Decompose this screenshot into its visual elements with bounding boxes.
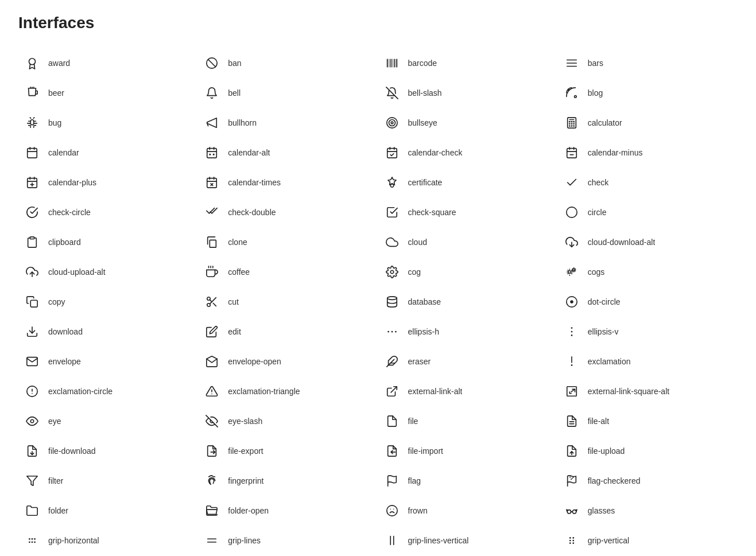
bars-icon bbox=[563, 54, 581, 72]
icon-item-coffee: coffee bbox=[198, 257, 378, 287]
envelope-label: envelope bbox=[48, 357, 81, 366]
svg-rect-28 bbox=[28, 149, 37, 158]
coffee-icon bbox=[203, 263, 221, 281]
ellipsis-v-label: ellipsis-v bbox=[588, 327, 619, 336]
glasses-label: glasses bbox=[588, 506, 615, 515]
icon-item-cloud: cloud bbox=[378, 227, 558, 257]
svg-point-133 bbox=[572, 537, 574, 539]
file-upload-icon bbox=[563, 442, 581, 460]
external-link-alt-icon bbox=[383, 382, 401, 401]
svg-line-2 bbox=[208, 60, 216, 67]
file-alt-icon bbox=[563, 412, 581, 430]
check-square-icon bbox=[383, 203, 401, 221]
edit-label: edit bbox=[228, 327, 241, 336]
ellipsis-h-label: ellipsis-h bbox=[408, 327, 439, 336]
icon-item-beer: beer bbox=[18, 78, 198, 108]
check-label: check bbox=[588, 178, 609, 187]
exclamation-icon bbox=[563, 352, 581, 371]
circle-icon bbox=[563, 203, 581, 221]
grip-horizontal-label: grip-horizontal bbox=[48, 536, 99, 545]
flag-checkered-label: flag-checkered bbox=[588, 476, 641, 485]
grip-horizontal-icon bbox=[23, 531, 41, 550]
svg-rect-113 bbox=[573, 477, 574, 478]
eraser-icon bbox=[383, 352, 401, 371]
icon-item-bell: bell bbox=[198, 78, 378, 108]
svg-point-120 bbox=[29, 538, 30, 540]
icon-item-file: file bbox=[378, 406, 558, 436]
icon-item-exclamation-triangle: exclamation-triangle bbox=[198, 376, 378, 406]
file-download-label: file-download bbox=[48, 446, 96, 456]
icon-item-ellipsis-h: ellipsis-h bbox=[378, 317, 558, 347]
icon-item-exclamation-circle: exclamation-circle bbox=[18, 376, 198, 406]
icon-item-check-circle: check-circle bbox=[18, 197, 198, 227]
grip-lines-icon bbox=[203, 531, 221, 550]
icon-item-cogs: cogs bbox=[558, 257, 738, 287]
bullhorn-label: bullhorn bbox=[228, 118, 257, 127]
envelope-open-icon bbox=[203, 352, 221, 371]
file-export-label: file-export bbox=[228, 446, 263, 456]
bug-label: bug bbox=[48, 118, 61, 127]
download-label: download bbox=[48, 327, 83, 336]
svg-point-68 bbox=[390, 270, 394, 274]
svg-point-121 bbox=[32, 538, 33, 540]
barcode-icon bbox=[383, 54, 401, 72]
calendar-minus-icon bbox=[563, 143, 581, 162]
flag-label: flag bbox=[408, 476, 421, 485]
svg-point-15 bbox=[389, 120, 395, 126]
eye-icon bbox=[23, 412, 41, 430]
cog-icon bbox=[383, 263, 401, 281]
svg-point-131 bbox=[569, 540, 571, 542]
bars-label: bars bbox=[588, 59, 603, 68]
svg-point-132 bbox=[569, 542, 571, 544]
svg-point-59 bbox=[390, 184, 394, 188]
bullseye-icon bbox=[383, 114, 401, 132]
calendar-plus-icon bbox=[23, 173, 41, 192]
svg-point-16 bbox=[391, 122, 393, 124]
icon-item-check-square: check-square bbox=[378, 197, 558, 227]
icon-item-calendar-plus: calendar-plus bbox=[18, 168, 198, 197]
icon-item-certificate: certificate bbox=[378, 168, 558, 197]
check-double-icon bbox=[203, 203, 221, 221]
calendar-times-icon bbox=[203, 173, 221, 192]
envelope-icon bbox=[23, 352, 41, 371]
check-circle-label: check-circle bbox=[48, 208, 91, 217]
calendar-alt-icon bbox=[203, 143, 221, 162]
icon-item-calendar-times: calendar-times bbox=[198, 168, 378, 197]
database-label: database bbox=[408, 297, 441, 306]
calendar-check-icon bbox=[383, 143, 401, 162]
calculator-icon bbox=[563, 114, 581, 132]
svg-rect-42 bbox=[567, 149, 577, 158]
grip-lines-label: grip-lines bbox=[228, 536, 261, 545]
svg-point-122 bbox=[34, 538, 36, 540]
bell-slash-icon bbox=[383, 84, 401, 102]
grip-vertical-label: grip-vertical bbox=[588, 536, 629, 545]
svg-point-114 bbox=[386, 506, 397, 516]
icon-item-grip-vertical: grip-vertical bbox=[558, 526, 738, 555]
svg-rect-110 bbox=[569, 477, 571, 478]
icon-item-database: database bbox=[378, 287, 558, 317]
file-import-label: file-import bbox=[408, 446, 443, 456]
certificate-icon bbox=[383, 173, 401, 192]
beer-icon bbox=[23, 84, 41, 102]
eye-slash-icon bbox=[203, 412, 221, 430]
svg-rect-62 bbox=[210, 240, 216, 247]
svg-rect-4 bbox=[389, 59, 389, 68]
database-icon bbox=[383, 293, 401, 311]
svg-point-70 bbox=[573, 269, 575, 271]
copy-icon bbox=[23, 293, 41, 311]
icon-item-grip-lines: grip-lines bbox=[198, 526, 378, 555]
certificate-label: certificate bbox=[408, 178, 443, 187]
bell-slash-label: bell-slash bbox=[408, 88, 442, 98]
exclamation-circle-icon bbox=[23, 382, 41, 401]
svg-point-77 bbox=[387, 297, 397, 300]
cloud-download-alt-label: cloud-download-alt bbox=[588, 238, 656, 247]
icon-item-barcode: barcode bbox=[378, 48, 558, 78]
file-download-icon bbox=[23, 442, 41, 460]
icon-item-file-download: file-download bbox=[18, 436, 198, 466]
icon-item-calendar-alt: calendar-alt bbox=[198, 138, 378, 168]
check-double-label: check-double bbox=[228, 208, 276, 217]
icon-grid: awardbanbarcodebarsbeerbellbell-slashblo… bbox=[18, 48, 738, 556]
svg-rect-36 bbox=[210, 154, 211, 155]
exclamation-label: exclamation bbox=[588, 357, 631, 366]
icon-item-check-double: check-double bbox=[198, 197, 378, 227]
